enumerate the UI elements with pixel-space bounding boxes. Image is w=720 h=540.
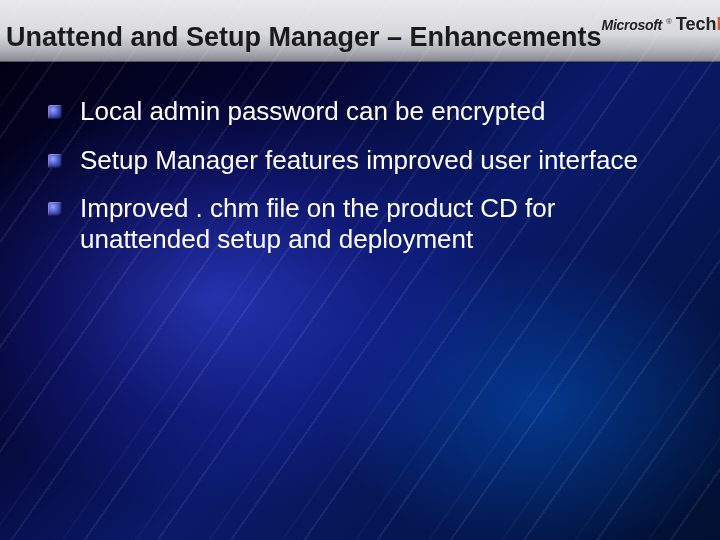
list-item: Local admin password can be encrypted [48,96,680,127]
bullet-text: Local admin password can be encrypted [80,96,545,127]
bullet-icon [48,154,62,168]
bullet-text: Setup Manager features improved user int… [80,145,638,176]
list-item: Improved . chm file on the product CD fo… [48,193,680,254]
list-item: Setup Manager features improved user int… [48,145,680,176]
bullet-icon [48,202,62,216]
bullet-icon [48,105,62,119]
slide-content: Local admin password can be encrypted Se… [0,62,720,255]
bullet-text: Improved . chm file on the product CD fo… [80,193,660,254]
slide: Unattend and Setup Manager – Enhancement… [0,0,720,540]
